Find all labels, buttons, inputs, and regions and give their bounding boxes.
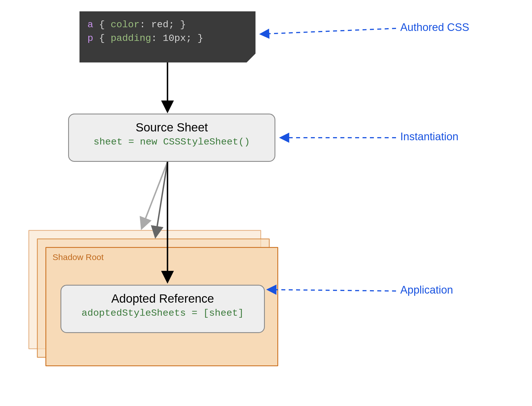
selector: a	[87, 19, 93, 30]
source-sheet-title: Source Sheet	[69, 121, 275, 134]
shadow-root-card: Shadow Root Adopted Reference adoptedSty…	[45, 247, 278, 366]
annotation-instantiation: Instantiation	[400, 131, 458, 143]
page-fold-icon	[246, 53, 255, 62]
adopted-reference-title: Adopted Reference	[61, 292, 264, 305]
diagram-stage: a { color: red; } p { padding: 10px; } S…	[17, 6, 517, 397]
source-sheet-box: Source Sheet sheet = new CSSStyleSheet()	[68, 114, 275, 162]
annotation-arrow-application	[268, 290, 396, 291]
adopted-reference-box: Adopted Reference adoptedStyleSheets = […	[60, 285, 265, 333]
shadow-root-label: Shadow Root	[53, 252, 104, 262]
property: padding	[111, 33, 151, 44]
adopted-reference-code: adoptedStyleSheets = [sheet]	[61, 308, 264, 319]
authored-css-file: a { color: red; } p { padding: 10px; }	[79, 11, 255, 62]
code-line-2: p { padding: 10px; }	[87, 32, 248, 45]
annotation-application: Application	[400, 284, 453, 296]
selector: p	[87, 33, 93, 44]
value: 10px	[163, 33, 186, 44]
value: red	[151, 19, 168, 30]
shadow-root-stack: Shadow Root Adopted Reference adoptedSty…	[28, 230, 278, 366]
annotation-authored-css: Authored CSS	[400, 21, 469, 34]
code-line-1: a { color: red; }	[87, 18, 248, 32]
annotation-arrow-authored	[261, 28, 396, 34]
arrow-source-to-shadow-1	[142, 162, 167, 228]
source-sheet-code: sheet = new CSSStyleSheet()	[69, 137, 275, 147]
arrow-source-to-shadow-2	[156, 162, 167, 236]
property: color	[111, 19, 140, 30]
